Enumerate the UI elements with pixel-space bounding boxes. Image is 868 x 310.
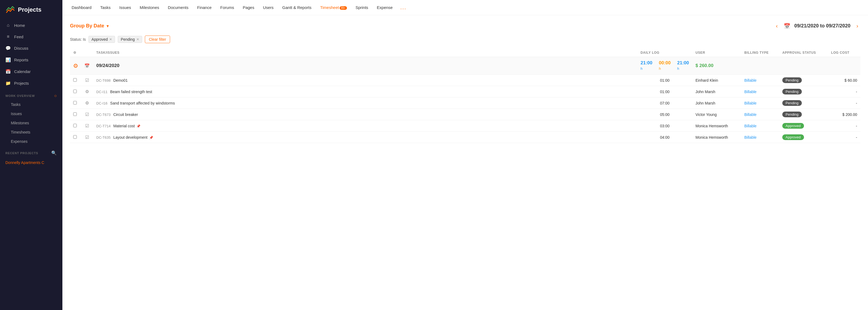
date-range: 09/21/2020 to 09/27/2020 [794,23,850,29]
nav-dashboard[interactable]: Dashboard [68,3,95,12]
sidebar-logo-text: Projects [18,6,41,13]
sidebar-item-home[interactable]: ⌂ Home [0,20,62,31]
main-content: Dashboard Tasks Issues Milestones Docume… [62,0,868,310]
date-navigation: ‹ 📅 09/21/2020 to 09/27/2020 › [774,22,860,30]
task-id: DC-T714 [96,124,111,128]
group-by-button[interactable]: Group By Date ▼ [70,23,110,29]
user-name: John Marsh [695,90,715,94]
filter-tag-pending: Pending ✕ [118,36,142,43]
task-name[interactable]: Sand transport affected by windstorms [110,101,175,105]
nav-tasks[interactable]: Tasks [96,3,114,12]
nav-sprints[interactable]: Sprints [352,3,372,12]
sidebar-item-reports[interactable]: 📊 Reports [0,54,62,66]
daily-log-value: 07:00 [660,101,670,105]
user-name: Einhard Klein [695,78,718,83]
row-user-cell: John Marsh [692,86,741,97]
remove-approved-filter[interactable]: ✕ [109,37,112,41]
nav-timesheet[interactable]: Timesheet99+ [316,3,350,12]
log-cost-value: - [856,101,857,105]
nav-finance[interactable]: Finance [193,3,215,12]
nav-pages[interactable]: Pages [239,3,258,12]
row-checkbox[interactable] [73,135,77,139]
table-row: ☑ DC-T698 Demo01 01:00 Einhard Klein Bil… [70,75,860,86]
group-expand-cell[interactable]: ⊙ [70,57,81,75]
row-approval-cell: Pending [779,86,828,97]
row-daily-cell: 05:00 [638,109,692,120]
col-header-billing: BILLING TYPE [741,49,779,57]
sidebar-sub-milestones[interactable]: Milestones [0,118,62,128]
col-header-icon [81,49,93,57]
row-billing-cell: Billable [741,97,779,109]
task-icon: ☑ [85,78,89,83]
sidebar-logo[interactable]: Projects [0,0,62,20]
sidebar-item-calendar[interactable]: 📅 Calendar [0,66,62,77]
task-icon: ☑ [85,112,89,117]
nav-users[interactable]: Users [259,3,277,12]
approval-status-badge: Pending [782,77,802,83]
sidebar-item-discuss[interactable]: 💬 Discuss [0,43,62,54]
task-icon: ☑ [85,135,89,140]
row-icon-cell: ☑ [81,75,93,86]
billing-type: Billable [744,112,756,117]
table-settings-icon[interactable]: ⚙ [73,51,76,55]
row-checkbox[interactable] [73,78,77,82]
log-cost-value: $ 200.00 [842,112,858,117]
nav-milestones[interactable]: Milestones [136,3,163,12]
billing-type: Billable [744,78,756,83]
next-date-button[interactable]: › [854,22,860,30]
work-overview-section: WORK OVERVIEW ○ [0,89,62,100]
nav-more[interactable]: ... [398,2,409,13]
logo-icon [5,5,15,15]
sidebar-sub-issues[interactable]: Issues [0,109,62,118]
group-hours-cell: 21:00 h 00:00 h 21:00 h [638,57,692,75]
row-task-cell: DC-T698 Demo01 [93,75,638,86]
row-checkbox[interactable] [73,101,77,105]
row-user-cell: John Marsh [692,97,741,109]
issue-icon: ⚙ [85,101,89,105]
table-row: ⚙ DC-I16 Sand transport affected by wind… [70,97,860,109]
nav-documents[interactable]: Documents [164,3,192,12]
group-hours-2: 00:00 h [659,60,671,71]
group-date: 09/24/2020 [96,63,119,68]
nav-expense[interactable]: Expense [373,3,396,12]
nav-forums[interactable]: Forums [216,3,238,12]
clear-filter-button[interactable]: Clear filter [145,35,170,43]
sidebar-sub-timesheets[interactable]: Timesheets [0,128,62,137]
sidebar-item-projects[interactable]: 📁 Projects [0,77,62,89]
row-billing-cell: Billable [741,120,779,132]
task-name[interactable]: Layout development [113,135,148,140]
search-icon[interactable]: 🔍 [51,150,57,156]
row-checkbox-cell [70,109,81,120]
user-name: Monica Hemsworth [695,135,728,140]
sidebar-item-feed[interactable]: ≡ Feed [0,31,62,43]
expand-icon[interactable]: ⊙ [73,63,78,69]
home-icon: ⌂ [5,23,11,28]
row-user-cell: Einhard Klein [692,75,741,86]
row-daily-cell: 07:00 [638,97,692,109]
log-cost-value: - [856,124,857,128]
row-checkbox[interactable] [73,90,77,93]
task-name[interactable]: Circuit breaker [113,112,138,117]
nav-issues[interactable]: Issues [116,3,135,12]
recent-project-donnelly[interactable]: Donnelly Apartments C [0,157,62,168]
task-name[interactable]: Demo01 [113,78,128,83]
row-billing-cell: Billable [741,75,779,86]
row-checkbox[interactable] [73,124,77,127]
content-area: Group By Date ▼ ‹ 📅 09/21/2020 to 09/27/… [62,15,868,310]
nav-gantt[interactable]: Gantt & Reports [279,3,315,12]
sidebar-sub-tasks[interactable]: Tasks [0,100,62,109]
row-task-cell: DC-T714 Material cost📌 [93,120,638,132]
remove-pending-filter[interactable]: ✕ [136,37,139,41]
row-billing-cell: Billable [741,86,779,97]
group-calendar-icon: 📅 [84,63,90,68]
billing-type: Billable [744,101,756,105]
calendar-icon[interactable]: 📅 [784,23,790,29]
prev-date-button[interactable]: ‹ [774,22,780,30]
task-name[interactable]: Beam failed strength test [110,90,152,94]
task-name[interactable]: Material cost [113,124,135,128]
recent-projects-section: RECENT PROJECTS 🔍 [0,146,62,157]
daily-log-value: 05:00 [660,112,670,117]
sidebar-sub-expenses[interactable]: Expenses [0,137,62,146]
row-checkbox[interactable] [73,112,77,116]
timesheet-badge: 99+ [340,6,347,10]
